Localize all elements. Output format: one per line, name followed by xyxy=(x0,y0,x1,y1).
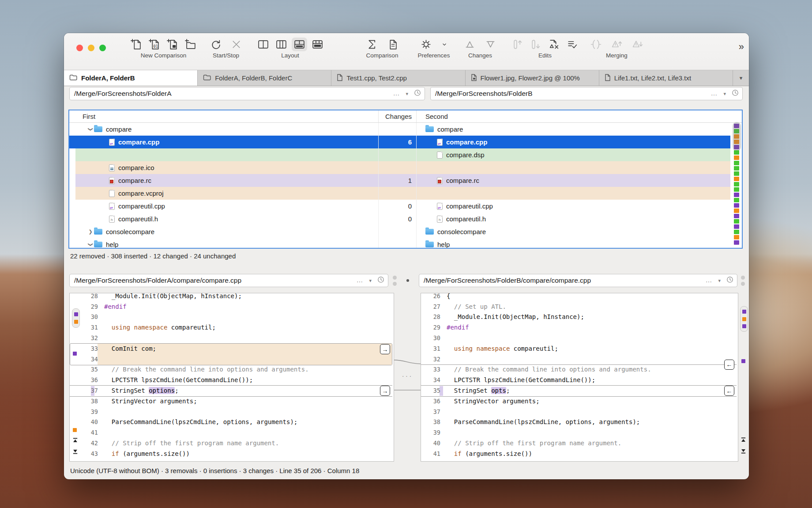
layout-two-columns-icon[interactable] xyxy=(256,38,271,51)
line-number: 36 xyxy=(425,398,440,405)
jump-next-change-button[interactable] xyxy=(741,447,746,455)
table-row[interactable]: compare.vcproj xyxy=(69,187,742,200)
expand-changes-icon[interactable] xyxy=(462,38,477,51)
file-name: compare.dsp xyxy=(446,151,485,159)
line-number: 30 xyxy=(82,313,98,320)
chevron-down-icon[interactable]: ▾ xyxy=(718,278,721,284)
browse-icon[interactable]: … xyxy=(393,89,400,97)
discard-edits-icon[interactable] xyxy=(546,38,562,51)
jump-previous-change-button[interactable] xyxy=(741,437,746,445)
browse-icon[interactable]: … xyxy=(356,276,363,284)
code-line: 30 xyxy=(70,312,394,322)
new-folder-comparison-icon[interactable] xyxy=(183,38,199,51)
new-text-comparison-icon[interactable] xyxy=(129,38,144,51)
tab-3[interactable]: Test1.cpp, Test2.cpp xyxy=(331,70,465,86)
tree-expand-chevron[interactable]: ❯ xyxy=(87,229,94,235)
zoom-window-button[interactable] xyxy=(99,45,106,51)
new-binary-comparison-icon[interactable]: 01 xyxy=(147,38,162,51)
code-line: 38 ParseCommandLine(lpszCmdLine, options… xyxy=(421,417,738,428)
tab-1[interactable]: FolderA, FolderB xyxy=(64,70,198,86)
line-number: 38 xyxy=(82,398,98,405)
jump-next-change-button[interactable] xyxy=(72,448,78,456)
browse-icon[interactable]: … xyxy=(710,89,718,97)
accept-edits-icon[interactable] xyxy=(564,38,580,51)
code-line: 35 StringSet opts; xyxy=(421,385,738,396)
push-up-icon[interactable] xyxy=(510,38,526,51)
merge-app-window: 01New ComparisonStart/StopLayoutComparis… xyxy=(64,33,749,479)
table-row[interactable]: ❯helphelp xyxy=(69,238,742,249)
history-icon[interactable] xyxy=(726,276,733,285)
browse-icon[interactable]: … xyxy=(705,276,712,284)
promote-up-icon[interactable] xyxy=(609,38,624,51)
minimize-window-button[interactable] xyxy=(88,45,94,51)
table-row[interactable]: compare.ico xyxy=(69,161,742,174)
first-folder-path-field[interactable]: /Merge/ForScreenshots/FolderA … ▾ xyxy=(69,87,425,100)
folder-icon xyxy=(425,126,434,132)
column-header-changes[interactable]: Changes xyxy=(378,110,416,122)
doc-file-icon xyxy=(109,190,115,197)
line-number: 34 xyxy=(425,376,440,383)
new-image-comparison-icon[interactable] xyxy=(165,38,180,51)
table-row[interactable]: hcompareutil.h0hcompareutil.h xyxy=(69,212,742,225)
change-map-group xyxy=(740,306,748,332)
stop-icon[interactable] xyxy=(229,38,244,51)
layout-files-over-folder-icon[interactable] xyxy=(310,38,325,51)
chevron-down-icon[interactable] xyxy=(439,38,450,51)
layout-three-columns-icon[interactable] xyxy=(274,38,289,51)
line-number: 41 xyxy=(425,450,440,457)
jump-previous-change-button[interactable] xyxy=(72,437,78,445)
column-header-second[interactable]: Second xyxy=(416,110,742,122)
summary-icon[interactable] xyxy=(364,38,380,51)
table-row[interactable]: ❯comparecompare xyxy=(69,123,742,136)
tab-label: Test1.cpp, Test2.cpp xyxy=(346,74,406,82)
folder-icon xyxy=(425,242,434,247)
toolbar-overflow-icon[interactable]: » xyxy=(739,41,743,53)
tree-collapse-chevron[interactable]: ❯ xyxy=(88,126,94,133)
tab-2[interactable]: FolderA, FolderB, FolderC xyxy=(198,70,331,86)
chevron-down-icon[interactable]: ▾ xyxy=(369,278,372,284)
table-row[interactable]: compare.rc1compare.rc xyxy=(69,174,742,187)
promote-down-icon[interactable] xyxy=(630,38,645,51)
collapsed-changes-dots[interactable]: ··· xyxy=(394,372,421,380)
tab-5[interactable]: Life1.txt, Life2.txt, Life3.txt xyxy=(599,70,733,86)
second-file-pane[interactable]: ←←26{27 // Set up ATL.28 _Module.Init(Ob… xyxy=(421,293,738,462)
tree-collapse-chevron[interactable]: ❯ xyxy=(88,241,94,248)
table-row[interactable]: ❯consolecompareconsolecompare xyxy=(69,225,742,238)
table-row[interactable]: c+compare.cpp6c+compare.cpp xyxy=(69,136,742,148)
first-file-path-field[interactable]: /Merge/ForScreenshots/FolderA/compare/co… xyxy=(69,274,388,287)
close-window-button[interactable] xyxy=(76,45,83,51)
table-row[interactable]: c+compareutil.cpp0c+compareutil.cpp xyxy=(69,200,742,212)
file-name: compare.vcproj xyxy=(118,190,164,197)
collapse-changes-icon[interactable] xyxy=(483,38,498,51)
tab-4[interactable]: Flower1.jpg, Flower2.jpg @ 100% xyxy=(466,70,599,86)
history-icon[interactable] xyxy=(377,276,384,285)
report-icon[interactable] xyxy=(385,38,400,51)
chevron-down-icon[interactable]: ▾ xyxy=(406,91,408,97)
tab-overflow-dropdown[interactable]: ▾ xyxy=(733,70,749,86)
history-icon[interactable] xyxy=(732,89,739,98)
tab-label: FolderA, FolderB, FolderC xyxy=(215,74,292,82)
second-folder-path-field[interactable]: /Merge/ForScreenshots/FolderB … ▾ xyxy=(430,87,743,100)
file-name: compare.cpp xyxy=(118,138,159,146)
merge-icon[interactable] xyxy=(588,38,604,51)
history-icon[interactable] xyxy=(414,89,421,98)
toolbar-group-label: Changes xyxy=(456,52,504,59)
table-row[interactable]: compare.dsp xyxy=(69,148,742,161)
column-header-first[interactable]: First xyxy=(69,113,378,120)
pane-link-dots xyxy=(393,274,397,287)
merge-right-button[interactable]: → xyxy=(380,386,390,396)
merge-left-button[interactable]: ← xyxy=(724,360,734,370)
second-file-path-field[interactable]: /Merge/ForScreenshots/FolderB/compare/co… xyxy=(419,274,737,287)
layout-folder-over-files-icon[interactable] xyxy=(292,38,307,51)
chevron-down-icon[interactable]: ▾ xyxy=(723,91,726,97)
merge-right-button[interactable]: → xyxy=(380,344,390,354)
gear-icon[interactable] xyxy=(418,38,434,51)
push-down-icon[interactable] xyxy=(528,38,544,51)
restart-icon[interactable] xyxy=(208,38,223,51)
change-map-thumb[interactable] xyxy=(733,122,741,151)
code-line: 39 xyxy=(70,406,394,417)
first-file-pane[interactable]: →→28 _Module.Init(ObjectMap, hInstance);… xyxy=(69,293,394,462)
toolbar-group-layout: Layout xyxy=(249,38,331,59)
merge-left-button[interactable]: ← xyxy=(724,386,734,396)
change-map-mark xyxy=(73,352,77,356)
